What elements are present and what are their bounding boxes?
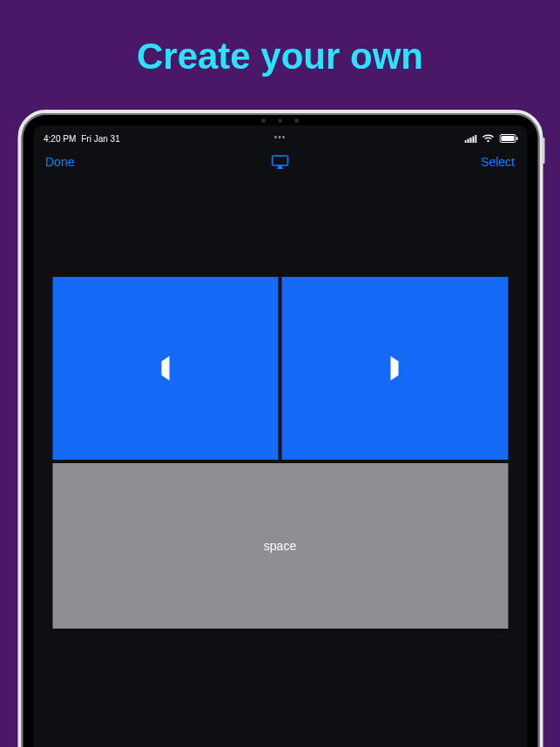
space-key-label: space [264, 539, 296, 553]
status-date: Fri Jan 31 [81, 134, 119, 144]
status-bar-left: 4:20 PM Fri Jan 31 [44, 134, 120, 144]
promo-headline: Create your own [137, 38, 423, 75]
svg-rect-0 [464, 140, 466, 143]
promo-stage: Create your own 4:20 PM Fri Jan 31 ••• [0, 0, 560, 747]
nav-bar: Done Select [33, 146, 527, 178]
svg-rect-9 [273, 156, 288, 165]
svg-rect-2 [469, 138, 471, 143]
space-key[interactable]: space [52, 463, 508, 629]
device-side-button [542, 138, 544, 164]
ipad-screen: 4:20 PM Fri Jan 31 ••• [33, 125, 527, 747]
status-bar-right [464, 134, 518, 143]
next-key[interactable] [282, 277, 509, 460]
wifi-icon [482, 134, 494, 143]
device-wrap: 4:20 PM Fri Jan 31 ••• [8, 110, 552, 747]
status-bar: 4:20 PM Fri Jan 31 ••• [33, 125, 527, 146]
status-time: 4:20 PM [44, 134, 76, 144]
svg-rect-7 [501, 136, 514, 141]
key-layout: space [52, 277, 508, 660]
status-handoff: ••• [274, 132, 287, 142]
select-button[interactable]: Select [481, 155, 515, 169]
arrow-right-icon [391, 361, 399, 375]
cellular-icon [464, 135, 476, 143]
arrow-left-icon [161, 361, 169, 375]
battery-icon [499, 134, 518, 143]
previous-key[interactable] [52, 277, 279, 460]
svg-rect-1 [467, 138, 469, 143]
airplay-icon[interactable] [272, 155, 289, 169]
done-button[interactable]: Done [45, 155, 74, 169]
svg-rect-8 [516, 137, 518, 140]
device-camera-dots [261, 118, 299, 123]
ipad-frame: 4:20 PM Fri Jan 31 ••• [17, 110, 543, 747]
top-key-row [52, 277, 508, 460]
svg-rect-3 [472, 136, 474, 143]
svg-point-5 [487, 140, 489, 142]
svg-rect-4 [475, 135, 476, 143]
